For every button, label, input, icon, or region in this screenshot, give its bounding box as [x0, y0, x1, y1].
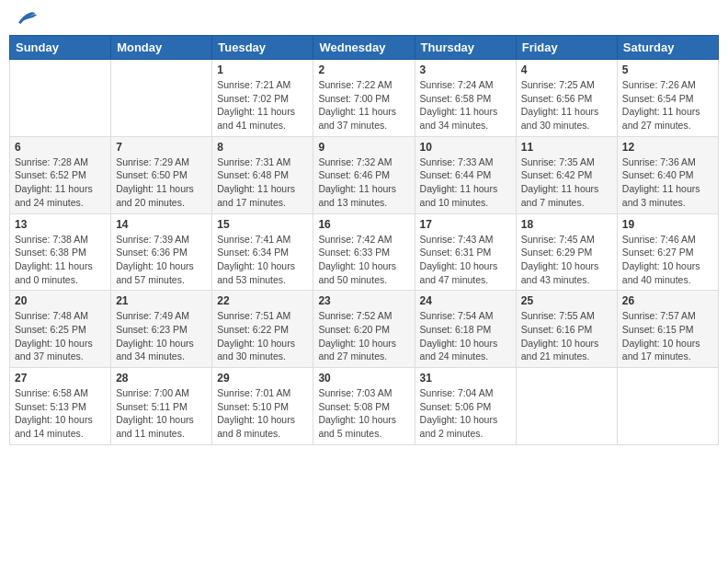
calendar-day-cell: 14Sunrise: 7:39 AM Sunset: 6:36 PM Dayli…: [111, 213, 212, 291]
day-number: 17: [420, 218, 511, 231]
day-number: 19: [622, 218, 713, 231]
day-number: 1: [217, 63, 308, 76]
day-info: Sunrise: 7:31 AM Sunset: 6:48 PM Dayligh…: [217, 155, 308, 210]
calendar-day-cell: 3Sunrise: 7:24 AM Sunset: 6:58 PM Daylig…: [415, 60, 516, 137]
day-info: Sunrise: 7:49 AM Sunset: 6:23 PM Dayligh…: [116, 309, 207, 363]
day-number: 26: [622, 294, 713, 307]
day-of-week-header: Tuesday: [212, 36, 313, 60]
day-info: Sunrise: 7:32 AM Sunset: 6:46 PM Dayligh…: [318, 155, 409, 210]
calendar-week-row: 6Sunrise: 7:28 AM Sunset: 6:52 PM Daylig…: [10, 136, 719, 213]
day-number: 8: [217, 141, 308, 154]
day-info: Sunrise: 7:26 AM Sunset: 6:54 PM Dayligh…: [622, 78, 713, 132]
day-number: 4: [521, 63, 612, 76]
day-number: 29: [217, 372, 308, 385]
day-info: Sunrise: 7:42 AM Sunset: 6:33 PM Dayligh…: [318, 233, 409, 287]
calendar-day-cell: 23Sunrise: 7:52 AM Sunset: 6:20 PM Dayli…: [313, 291, 415, 368]
logo-bird-icon: [15, 9, 37, 28]
day-number: 18: [521, 218, 612, 231]
calendar-header-row: SundayMondayTuesdayWednesdayThursdayFrid…: [10, 36, 719, 60]
day-of-week-header: Thursday: [415, 36, 516, 60]
day-of-week-header: Saturday: [617, 36, 718, 60]
calendar-day-cell: 26Sunrise: 7:57 AM Sunset: 6:15 PM Dayli…: [617, 291, 718, 368]
day-number: 30: [318, 372, 409, 385]
calendar-week-row: 13Sunrise: 7:38 AM Sunset: 6:38 PM Dayli…: [10, 213, 719, 291]
day-number: 20: [15, 294, 106, 307]
day-of-week-header: Wednesday: [313, 36, 415, 60]
day-info: Sunrise: 6:58 AM Sunset: 5:13 PM Dayligh…: [15, 386, 106, 441]
calendar-day-cell: 24Sunrise: 7:54 AM Sunset: 6:18 PM Dayli…: [415, 291, 516, 368]
calendar-week-row: 20Sunrise: 7:48 AM Sunset: 6:25 PM Dayli…: [10, 291, 719, 368]
calendar-day-cell: 12Sunrise: 7:36 AM Sunset: 6:40 PM Dayli…: [617, 136, 718, 213]
calendar-day-cell: 21Sunrise: 7:49 AM Sunset: 6:23 PM Dayli…: [111, 291, 212, 368]
calendar-day-cell: 28Sunrise: 7:00 AM Sunset: 5:11 PM Dayli…: [111, 368, 212, 445]
day-info: Sunrise: 7:00 AM Sunset: 5:11 PM Dayligh…: [116, 386, 207, 441]
day-info: Sunrise: 7:55 AM Sunset: 6:16 PM Dayligh…: [521, 309, 612, 363]
day-info: Sunrise: 7:21 AM Sunset: 7:02 PM Dayligh…: [217, 78, 308, 132]
day-info: Sunrise: 7:25 AM Sunset: 6:56 PM Dayligh…: [521, 78, 612, 132]
calendar-day-cell: [617, 368, 718, 445]
day-number: 25: [521, 294, 612, 307]
day-info: Sunrise: 7:45 AM Sunset: 6:29 PM Dayligh…: [521, 233, 612, 287]
calendar-day-cell: 7Sunrise: 7:29 AM Sunset: 6:50 PM Daylig…: [111, 136, 212, 213]
calendar-day-cell: 4Sunrise: 7:25 AM Sunset: 6:56 PM Daylig…: [516, 60, 617, 137]
day-info: Sunrise: 7:35 AM Sunset: 6:42 PM Dayligh…: [521, 155, 612, 210]
calendar-day-cell: 30Sunrise: 7:03 AM Sunset: 5:08 PM Dayli…: [313, 368, 415, 445]
calendar-day-cell: 1Sunrise: 7:21 AM Sunset: 7:02 PM Daylig…: [212, 60, 313, 137]
day-number: 22: [217, 294, 308, 307]
day-number: 16: [318, 218, 409, 231]
day-info: Sunrise: 7:22 AM Sunset: 7:00 PM Dayligh…: [318, 78, 409, 132]
day-info: Sunrise: 7:43 AM Sunset: 6:31 PM Dayligh…: [420, 233, 511, 287]
day-info: Sunrise: 7:51 AM Sunset: 6:22 PM Dayligh…: [217, 309, 308, 363]
day-info: Sunrise: 7:41 AM Sunset: 6:34 PM Dayligh…: [217, 233, 308, 287]
calendar-week-row: 1Sunrise: 7:21 AM Sunset: 7:02 PM Daylig…: [10, 60, 719, 137]
day-info: Sunrise: 7:04 AM Sunset: 5:06 PM Dayligh…: [420, 386, 511, 441]
day-info: Sunrise: 7:57 AM Sunset: 6:15 PM Dayligh…: [622, 309, 713, 363]
calendar-day-cell: [111, 60, 212, 137]
day-info: Sunrise: 7:03 AM Sunset: 5:08 PM Dayligh…: [318, 386, 409, 441]
calendar-day-cell: 20Sunrise: 7:48 AM Sunset: 6:25 PM Dayli…: [10, 291, 111, 368]
calendar-day-cell: [10, 60, 111, 137]
day-number: 21: [116, 294, 207, 307]
calendar-day-cell: 31Sunrise: 7:04 AM Sunset: 5:06 PM Dayli…: [415, 368, 516, 445]
day-of-week-header: Monday: [111, 36, 212, 60]
day-of-week-header: Sunday: [10, 36, 111, 60]
day-number: 7: [116, 141, 207, 154]
calendar-day-cell: [516, 368, 617, 445]
calendar-week-row: 27Sunrise: 6:58 AM Sunset: 5:13 PM Dayli…: [10, 368, 719, 445]
day-info: Sunrise: 7:24 AM Sunset: 6:58 PM Dayligh…: [420, 78, 511, 132]
day-number: 10: [420, 141, 511, 154]
day-of-week-header: Friday: [516, 36, 617, 60]
day-info: Sunrise: 7:28 AM Sunset: 6:52 PM Dayligh…: [15, 155, 106, 210]
calendar-day-cell: 29Sunrise: 7:01 AM Sunset: 5:10 PM Dayli…: [212, 368, 313, 445]
calendar-day-cell: 15Sunrise: 7:41 AM Sunset: 6:34 PM Dayli…: [212, 213, 313, 291]
day-info: Sunrise: 7:39 AM Sunset: 6:36 PM Dayligh…: [116, 233, 207, 287]
calendar-day-cell: 11Sunrise: 7:35 AM Sunset: 6:42 PM Dayli…: [516, 136, 617, 213]
day-number: 31: [420, 372, 511, 385]
day-number: 9: [318, 141, 409, 154]
day-number: 15: [217, 218, 308, 231]
calendar-day-cell: 25Sunrise: 7:55 AM Sunset: 6:16 PM Dayli…: [516, 291, 617, 368]
day-number: 28: [116, 372, 207, 385]
calendar-day-cell: 6Sunrise: 7:28 AM Sunset: 6:52 PM Daylig…: [10, 136, 111, 213]
day-number: 14: [116, 218, 207, 231]
calendar-day-cell: 13Sunrise: 7:38 AM Sunset: 6:38 PM Dayli…: [10, 213, 111, 291]
day-number: 2: [318, 63, 409, 76]
day-info: Sunrise: 7:36 AM Sunset: 6:40 PM Dayligh…: [622, 155, 713, 210]
day-info: Sunrise: 7:46 AM Sunset: 6:27 PM Dayligh…: [622, 233, 713, 287]
calendar-day-cell: 19Sunrise: 7:46 AM Sunset: 6:27 PM Dayli…: [617, 213, 718, 291]
calendar-table: SundayMondayTuesdayWednesdayThursdayFrid…: [9, 35, 719, 445]
calendar-day-cell: 17Sunrise: 7:43 AM Sunset: 6:31 PM Dayli…: [415, 213, 516, 291]
calendar-day-cell: 22Sunrise: 7:51 AM Sunset: 6:22 PM Dayli…: [212, 291, 313, 368]
calendar-day-cell: 18Sunrise: 7:45 AM Sunset: 6:29 PM Dayli…: [516, 213, 617, 291]
day-info: Sunrise: 7:33 AM Sunset: 6:44 PM Dayligh…: [420, 155, 511, 210]
calendar-day-cell: 16Sunrise: 7:42 AM Sunset: 6:33 PM Dayli…: [313, 213, 415, 291]
day-number: 3: [420, 63, 511, 76]
calendar-day-cell: 10Sunrise: 7:33 AM Sunset: 6:44 PM Dayli…: [415, 136, 516, 213]
day-info: Sunrise: 7:38 AM Sunset: 6:38 PM Dayligh…: [15, 233, 106, 287]
day-number: 27: [15, 372, 106, 385]
day-number: 6: [15, 141, 106, 154]
day-info: Sunrise: 7:48 AM Sunset: 6:25 PM Dayligh…: [15, 309, 106, 363]
day-number: 13: [15, 218, 106, 231]
day-info: Sunrise: 7:29 AM Sunset: 6:50 PM Dayligh…: [116, 155, 207, 210]
day-info: Sunrise: 7:54 AM Sunset: 6:18 PM Dayligh…: [420, 309, 511, 363]
